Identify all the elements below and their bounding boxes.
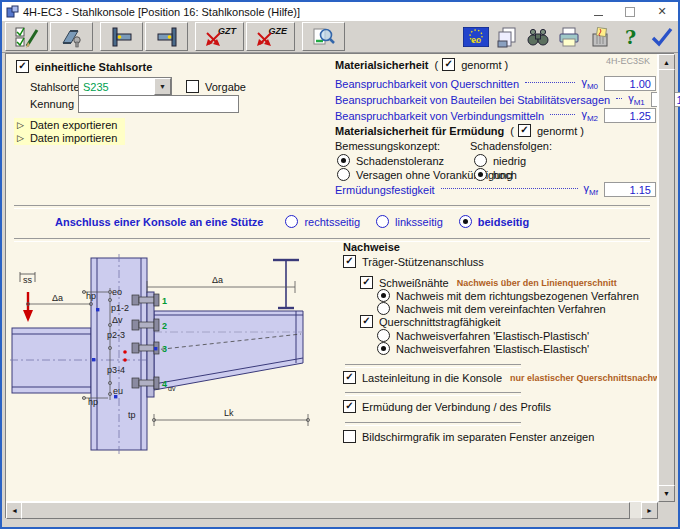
printer-icon: [557, 25, 581, 49]
hp-top-label: hp: [86, 291, 96, 301]
minimize-button[interactable]: [582, 2, 614, 21]
triangle-icon: ▷: [17, 120, 24, 130]
richtungsbezogen-radio[interactable]: [377, 289, 390, 302]
checkmark-icon: [650, 25, 674, 49]
gamma-m0-field[interactable]: 1.00: [604, 76, 656, 91]
maximize-icon: [625, 7, 635, 17]
rechtsseitig-label: rechtsseitig: [304, 216, 360, 228]
gamma-row-label: Beanspruchbarkeit von Bauteilen bei Stab…: [335, 94, 610, 106]
kennung-row: Kennung: [30, 95, 239, 113]
discard-button[interactable]: [586, 24, 613, 50]
connection-left-button[interactable]: [100, 22, 143, 51]
uniform-steel-checkbox[interactable]: [16, 60, 29, 73]
close-button[interactable]: ✕: [646, 2, 678, 21]
material-norm-label: genormt: [461, 59, 501, 71]
horizontal-scrollbar[interactable]: ◄ ►: [6, 501, 658, 518]
connection-right-button[interactable]: [145, 22, 188, 51]
connection-label: Anschluss einer Konsole an eine Stütze: [55, 216, 263, 228]
eu-label: eu: [113, 386, 123, 396]
p23-label: p2-3: [107, 330, 125, 340]
weld-note: Nachweis über den Linienquerschnitt: [457, 278, 617, 288]
steel-grade-dropdown[interactable]: S235 ▼: [78, 77, 172, 96]
p34-label: p3-4: [107, 365, 125, 375]
section-row: Querschnittstragfähigkeit: [360, 315, 501, 328]
niedrig-radio[interactable]: [474, 154, 487, 167]
horizontal-scroll-thumb[interactable]: [21, 502, 630, 519]
eurocode-ec-icon: ec: [463, 27, 489, 47]
scroll-right-button[interactable]: ►: [641, 502, 658, 519]
vereinfacht-radio[interactable]: [377, 302, 390, 315]
eo-label: eo: [112, 287, 122, 297]
steel-grade-value: S235: [79, 81, 154, 93]
export-data-link[interactable]: ▷ Daten exportieren: [14, 118, 125, 132]
maximize-button[interactable]: [614, 2, 646, 21]
gamma-m2-field[interactable]: 1.25: [604, 108, 656, 123]
concept-option-row: Schadenstoleranz: [337, 154, 444, 167]
gamma-row: Beanspruchbarkeit von Verbindungsmitteln…: [335, 108, 656, 123]
screen-checkbox[interactable]: [343, 430, 356, 443]
consequence-option-row: hoch: [474, 168, 517, 181]
consequences-label: Schadensfolgen:: [470, 140, 552, 152]
copy-button[interactable]: [493, 24, 520, 50]
material-norm-checkbox[interactable]: [442, 58, 455, 71]
weld-checkbox[interactable]: [360, 276, 373, 289]
fatigue-norm-checkbox[interactable]: [518, 124, 531, 137]
section-checkbox[interactable]: [360, 315, 373, 328]
traeger-checkbox[interactable]: [343, 255, 356, 268]
title-bar: 4H-EC3 - Stahlkonsole [Position 16: Stah…: [2, 2, 678, 21]
elastisch-elastisch-label: Nachweisverfahren 'Elastisch-Elastisch': [396, 343, 589, 355]
kennung-input[interactable]: [78, 95, 239, 113]
connection-row: Anschluss einer Konsole an eine Stütze r…: [55, 215, 529, 228]
vertical-scroll-thumb[interactable]: [658, 69, 675, 487]
fatigue-strength-label: Ermüdungsfestigkeit: [335, 184, 435, 196]
fatigue-check-checkbox[interactable]: [343, 400, 356, 413]
vertical-scrollbar[interactable]: ▲ ▼: [657, 54, 674, 518]
print-button[interactable]: [555, 24, 582, 50]
lk-label: Lk: [224, 408, 234, 418]
elastisch-plastisch-radio[interactable]: [377, 329, 390, 342]
material-safety-header: Materialsicherheit ( genormt ): [335, 58, 508, 71]
content-panel: 4H-EC3SK einheitliche Stahlsorte Stahlso…: [5, 53, 674, 518]
confirm-button[interactable]: [648, 24, 675, 50]
traeger-label: Träger-Stützenanschluss: [362, 256, 484, 268]
beidseitig-radio[interactable]: [459, 215, 472, 228]
app-window: 4H-EC3 - Stahlkonsole [Position 16: Stah…: [0, 0, 680, 529]
linksseitig-radio[interactable]: [376, 215, 389, 228]
eurocode-button[interactable]: ec: [462, 24, 489, 50]
gze-button[interactable]: GZE: [246, 22, 295, 51]
p12-label: p1-2: [111, 303, 129, 313]
av-label: αv: [168, 385, 176, 392]
preview-button[interactable]: [302, 22, 345, 51]
main-toolbar: GZT GZE: [2, 21, 678, 53]
load-checkbox[interactable]: [343, 371, 356, 384]
import-data-link[interactable]: ▷ Daten importieren: [14, 131, 125, 145]
profile-button[interactable]: [50, 22, 93, 51]
delta-a-top-label: Δa: [212, 275, 223, 285]
gamma-row: Beanspruchbarkeit von Querschnitten γM0 …: [335, 76, 656, 91]
gzt-button[interactable]: GZT: [195, 22, 244, 51]
edit-parameters-button[interactable]: [5, 22, 48, 51]
elastisch-elastisch-radio[interactable]: [377, 342, 390, 355]
screen-label: Bildschirmgrafik im separaten Fenster an…: [362, 431, 594, 443]
vereinfacht-label: Nachweis mit dem vereinfachten Verfahren: [396, 303, 606, 315]
ss-label: ss: [23, 275, 33, 285]
connection-left-icon: [109, 25, 135, 49]
copy-pages-icon: [495, 25, 519, 49]
trash-note-icon: [588, 25, 612, 49]
vorgabe-label: Vorgabe: [205, 81, 246, 93]
scroll-down-button[interactable]: ▼: [658, 485, 675, 502]
rechtsseitig-radio[interactable]: [285, 215, 298, 228]
versagen-radio[interactable]: [337, 168, 350, 181]
chevron-down-icon[interactable]: ▼: [154, 78, 171, 95]
search-button[interactable]: [524, 24, 551, 50]
schadenstoleranz-radio[interactable]: [337, 154, 350, 167]
nachweise-title: Nachweise: [343, 241, 400, 253]
richtungsbezogen-label: Nachweis mit dem richtungsbezogenen Verf…: [396, 290, 639, 302]
schadenstoleranz-label: Schadenstoleranz: [356, 155, 444, 167]
gamma-mf-field[interactable]: 1.15: [604, 182, 656, 197]
kennung-label: Kennung: [30, 98, 72, 110]
hoch-radio[interactable]: [474, 168, 487, 181]
checklist-pencil-icon: [14, 25, 40, 49]
vorgabe-checkbox[interactable]: [186, 80, 199, 93]
help-button[interactable]: ?: [617, 24, 644, 50]
